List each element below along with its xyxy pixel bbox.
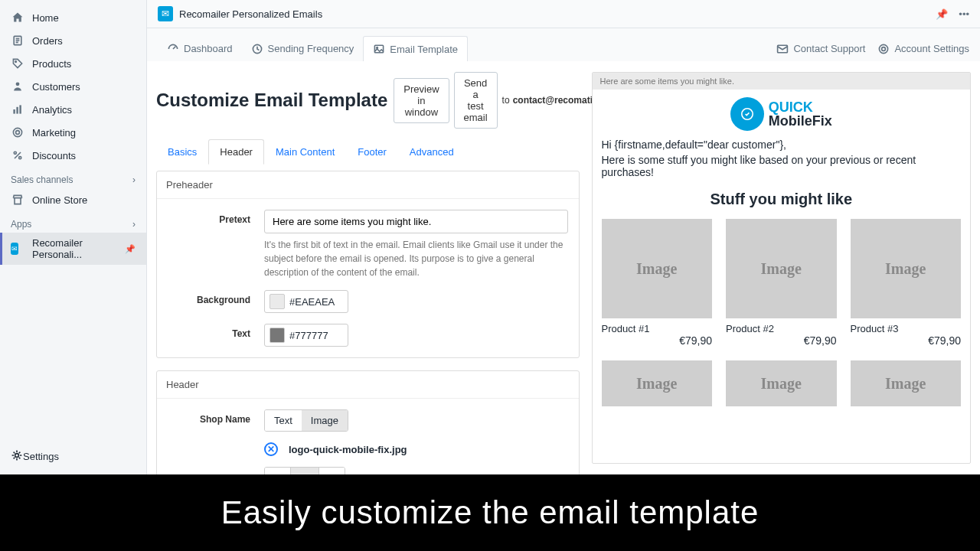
align-right-button[interactable]: ▭: [319, 468, 345, 474]
align-buttons: ▭ ▭ ▭: [264, 467, 345, 474]
topbar: ✉ Recomailer Personalized Emails 📌 •••: [147, 0, 980, 28]
logo-icon: [730, 97, 764, 131]
preview-button[interactable]: Preview in window: [394, 78, 449, 123]
svg-point-1: [15, 61, 17, 63]
sidebar-item-recomailer[interactable]: ✉Recomailer Personali...📌: [0, 233, 146, 265]
pin-icon[interactable]: 📌: [125, 244, 136, 254]
svg-point-10: [15, 454, 19, 458]
text-color-field[interactable]: #777777: [264, 324, 348, 347]
pretext-input[interactable]: [264, 210, 568, 233]
product-image: Image: [851, 360, 962, 406]
svg-point-9: [19, 157, 21, 159]
tab-email-template[interactable]: Email Template: [363, 36, 468, 61]
svg-point-7: [16, 131, 20, 135]
chevron-right-icon: ›: [132, 174, 136, 185]
nav-label: Marketing: [32, 127, 76, 139]
nav-label: Recomailer Personali...: [32, 237, 125, 260]
sidebar-group-sales[interactable]: Sales channels›: [0, 167, 146, 188]
more-icon[interactable]: •••: [959, 8, 969, 20]
text-label: Text: [168, 324, 264, 339]
nav-label: Discounts: [32, 150, 76, 161]
nav-label: Products: [32, 58, 71, 70]
topbar-actions: 📌 •••: [936, 8, 969, 20]
subtab-header[interactable]: Header: [208, 139, 264, 165]
send-test-button[interactable]: Send a test email: [454, 72, 498, 129]
image-icon: [373, 43, 385, 55]
product-image: Image: [851, 219, 962, 318]
svg-rect-3: [13, 109, 15, 114]
pretext-help: It's the first bit of text in the email.…: [264, 238, 568, 279]
bg-swatch: [270, 294, 285, 309]
gear-icon: [11, 449, 23, 464]
sidebar-item-customers[interactable]: Customers: [0, 75, 146, 98]
product-image: Image: [726, 360, 837, 406]
nav-label: Analytics: [32, 104, 72, 116]
panel-title: Preheader: [157, 171, 579, 199]
products-icon: [11, 57, 24, 70]
logo-filename: logo-quick-mobile-fix.jpg: [289, 444, 407, 455]
marketing-banner: Easily customize the email template: [0, 474, 980, 551]
preview-greeting: Hi {firstname,default="dear customer"},: [602, 139, 962, 151]
header-panel: Header Shop Name Text Image: [156, 370, 580, 474]
right-actions: Contact Support Account Settings: [776, 43, 969, 55]
subtab-footer[interactable]: Footer: [346, 139, 398, 165]
shopname-text-opt[interactable]: Text: [265, 410, 302, 431]
bg-color-field[interactable]: #EAEAEA: [264, 290, 348, 313]
align-center-button[interactable]: ▭: [291, 468, 319, 474]
svg-point-15: [882, 47, 886, 51]
preview-preheader: Here are some items you might like.: [593, 73, 971, 90]
account-settings-link[interactable]: Account Settings: [877, 43, 969, 55]
product-image: Image: [602, 219, 713, 318]
preview-logo: QUICKMobileFix: [602, 97, 962, 131]
email-preview: Here are some items you might like. QUIC…: [592, 72, 972, 464]
tab-dashboard[interactable]: Dashboard: [158, 37, 242, 61]
subtab-main[interactable]: Main Content: [264, 139, 346, 165]
shopname-label: Shop Name: [168, 409, 264, 425]
analytics-icon: [11, 103, 24, 116]
align-left-button[interactable]: ▭: [265, 468, 291, 474]
nav-label: Settings: [23, 451, 59, 462]
marketing-icon: [11, 126, 24, 139]
preheader-panel: Preheader Pretext It's the first bit of …: [156, 171, 580, 358]
main: ✉ Recomailer Personalized Emails 📌 ••• D…: [147, 0, 980, 474]
sub-tabs: Basics Header Main Content Footer Advanc…: [156, 139, 580, 165]
nav-label: Home: [32, 12, 59, 24]
nav-label: Online Store: [32, 194, 87, 206]
sidebar-item-marketing[interactable]: Marketing: [0, 121, 146, 144]
subtab-basics[interactable]: Basics: [156, 139, 208, 165]
subtab-advanced[interactable]: Advanced: [398, 139, 466, 165]
remove-logo-button[interactable]: ✕: [264, 442, 278, 456]
sidebar-item-orders[interactable]: Orders: [0, 29, 146, 52]
svg-point-8: [14, 152, 16, 154]
tab-sending-frequency[interactable]: Sending Frequency: [242, 37, 364, 61]
app-icon: ✉: [11, 242, 24, 256]
preview-intro: Here is some stuff you might like based …: [602, 154, 962, 178]
shopname-image-opt[interactable]: Image: [302, 410, 348, 431]
pretext-label: Pretext: [168, 210, 264, 225]
page-title: Customize Email Template: [156, 90, 387, 111]
svg-point-2: [16, 82, 20, 86]
clock-icon: [251, 43, 263, 55]
sidebar-item-online-store[interactable]: Online Store: [0, 188, 146, 211]
sidebar-group-apps[interactable]: Apps›: [0, 211, 146, 233]
store-icon: [11, 193, 24, 207]
sidebar-item-home[interactable]: Home: [0, 6, 146, 29]
sidebar-item-analytics[interactable]: Analytics: [0, 98, 146, 121]
sidebar-item-discounts[interactable]: Discounts: [0, 144, 146, 167]
sidebar-item-settings[interactable]: Settings: [0, 445, 147, 468]
contact-support-link[interactable]: Contact Support: [776, 43, 865, 55]
svg-point-6: [13, 128, 21, 136]
sidebar-item-products[interactable]: Products: [0, 52, 146, 75]
preview-section-title: Stuff you might like: [602, 191, 962, 208]
dashboard-icon: [167, 43, 179, 55]
text-swatch: [270, 328, 285, 343]
tabs: Dashboard Sending Frequency Email Templa…: [147, 28, 980, 61]
svg-point-16: [880, 44, 888, 53]
sidebar: Home Orders Products Customers Analytics…: [0, 0, 147, 474]
product-card: ImageProduct #3€79,90: [851, 219, 962, 347]
bg-label: Background: [168, 290, 264, 305]
product-image: Image: [726, 219, 837, 318]
orders-icon: [11, 34, 24, 47]
discounts-icon: [11, 148, 24, 162]
pin-icon[interactable]: 📌: [936, 8, 948, 20]
